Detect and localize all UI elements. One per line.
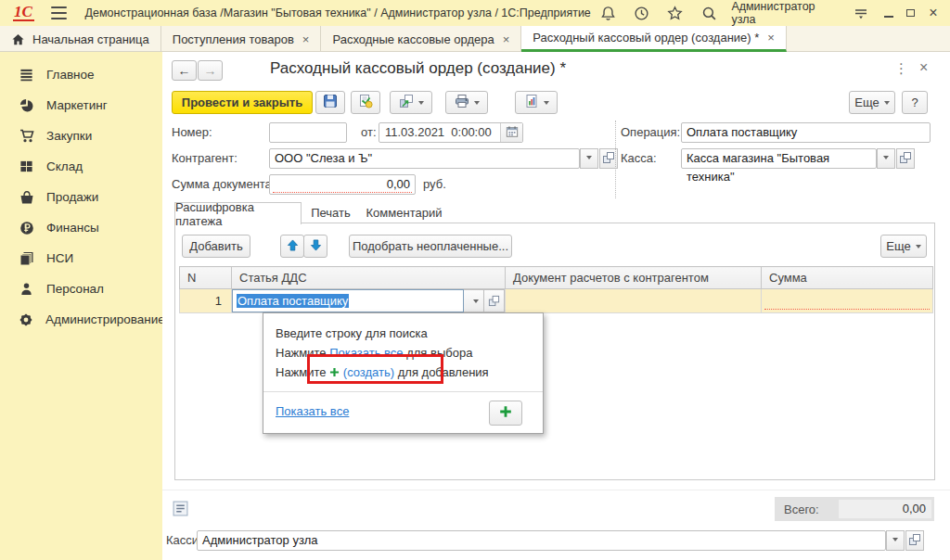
selected-text: Оплата поставщику [237,294,349,308]
tab-close-icon[interactable]: × [767,31,775,45]
dropdown-caret-icon [916,245,921,251]
create-inline-link[interactable]: (создать) [343,365,394,379]
post-document-button[interactable] [351,91,380,114]
sidebar-item-administration[interactable]: Администрирование [0,304,162,335]
tab-home[interactable]: Начальная страница [0,26,161,52]
date-value[interactable]: 11.03.2021 0:00:00 [379,123,500,142]
column-header-settlement-doc[interactable]: Документ расчетов с контрагентом [506,267,762,289]
calendar-icon [506,125,519,141]
cell-amount[interactable] [762,289,933,313]
move-row-down-button[interactable] [303,235,327,258]
nav-back-button[interactable]: ← [172,60,197,81]
dropdown-caret-icon [473,299,479,306]
cell-dds-item[interactable]: Оплата поставщику [232,289,506,313]
counterparty-dropdown-button[interactable] [580,148,598,169]
show-all-link[interactable]: Показать все [276,404,349,418]
save-button[interactable] [315,91,345,114]
amount-input[interactable]: 0,00 [269,174,416,195]
column-header-dds-item[interactable]: Статья ДДС [232,267,506,289]
tab-cash-order-new[interactable]: Расходный кассовый ордер (создание) * × [521,26,787,52]
sidebar-item-personnel[interactable]: Персонал [0,274,162,304]
dds-item-input[interactable]: Оплата поставщику [232,289,464,312]
print-button[interactable] [445,91,488,114]
save-icon [323,94,338,111]
dds-dropdown-button[interactable] [464,289,484,312]
create-based-on-button[interactable] [390,91,432,114]
cell-settlement-doc[interactable] [506,289,762,313]
tab-print[interactable]: Печать [302,202,359,223]
pick-unpaid-button[interactable]: Подобрать неоплаченные... [349,235,512,258]
nav-forward-button[interactable]: → [198,60,223,81]
cashdesk-open-button[interactable] [896,148,915,169]
sidebar-item-main[interactable]: Главное [0,59,162,90]
amount-label: Сумма документа: [172,174,275,195]
sidebar-item-warehouse[interactable]: Склад [0,151,162,182]
dds-item-editor[interactable]: Оплата поставщику [232,289,505,312]
tab-close-icon[interactable]: × [503,32,510,46]
sidebar-item-label: Склад [46,159,83,173]
tab-close-icon[interactable]: × [302,32,310,46]
form-menu-dots-icon[interactable]: ⋮ [894,60,908,77]
sidebar-item-finance[interactable]: Финансы [0,212,162,243]
hint-search: Введите строку для поиска [276,325,428,343]
operation-input[interactable]: Оплата поставщику [681,122,931,143]
basket-icon [19,189,34,205]
tab-payment-details[interactable]: Расшифровка платежа [174,202,302,224]
sidebar-item-purchases[interactable]: Закупки [0,121,162,151]
person-icon [19,281,34,297]
favorites-star-icon[interactable] [666,5,685,21]
command-panel-toggle-button[interactable] [171,501,189,519]
calendar-button[interactable] [500,123,522,142]
cashier-dropdown-button[interactable] [886,530,905,551]
cashier-open-button[interactable] [905,530,924,551]
help-button[interactable]: ? [902,91,928,114]
post-document-icon [358,94,373,111]
sidebar-item-label: Финансы [46,221,99,235]
counterparty-input[interactable]: ООО "Слеза и Ъ" [269,148,580,169]
table-more-button[interactable]: Еще [880,235,927,258]
total-label: Всего: [775,503,819,516]
post-and-close-button[interactable]: Провести и закрыть [172,91,313,114]
sidebar-item-nsi[interactable]: НСИ [0,243,162,274]
create-new-button[interactable] [489,401,522,426]
tab-goods-receipts[interactable]: Поступления товаров × [161,26,322,52]
form-title: Расходный кассовый ордер (создание) * [270,59,566,78]
dds-open-button[interactable] [484,289,505,312]
pie-chart-icon [19,97,34,113]
main-menu-icon[interactable] [51,6,67,19]
dropdown-caret-icon [892,538,898,544]
tab-label: Расходные кассовые ордера [332,32,494,46]
window-close-button[interactable]: × [922,4,944,22]
column-header-n[interactable]: N [180,267,232,289]
cashdesk-input[interactable]: Касса магазина "Бытовая техника" [681,148,877,169]
service-menu-icon[interactable] [851,5,869,21]
notifications-bell-icon[interactable] [598,5,617,21]
form-close-icon[interactable]: × [919,59,928,76]
arrow-down-icon [310,239,322,254]
sidebar-item-sales[interactable]: Продажи [0,182,162,212]
cell-row-number[interactable]: 1 [180,289,232,313]
current-user[interactable]: Администратор узла [731,0,834,26]
search-icon[interactable] [700,5,718,21]
tab-comment[interactable]: Комментарий [360,202,448,223]
dds-item-dropdown-popup: Введите строку для поиска Нажмите Показа… [263,312,544,434]
number-input[interactable] [269,122,347,143]
tab-label: Поступления товаров [173,32,294,46]
cashdesk-dropdown-button[interactable] [877,148,895,169]
history-icon[interactable] [632,5,650,21]
column-header-amount[interactable]: Сумма [762,267,933,289]
move-row-up-button[interactable] [280,235,304,258]
date-field[interactable]: 11.03.2021 0:00:00 [379,122,523,143]
window-minimize-button[interactable] [878,4,900,22]
cashier-input[interactable]: Администратор узла [197,530,886,551]
reports-button[interactable] [515,91,558,114]
add-row-button[interactable]: Добавить [182,235,250,258]
show-all-inline-link[interactable]: Показать все [329,346,403,360]
more-actions-button[interactable]: Еще [849,91,895,114]
open-windows-tabbar: Начальная страница Поступления товаров ×… [0,26,950,52]
sidebar-item-marketing[interactable]: Маркетинг [0,90,162,121]
tab-cash-orders-list[interactable]: Расходные кассовые ордера × [321,26,521,52]
cashdesk-label: Касса: [621,148,657,169]
window-maximize-button[interactable] [900,4,922,22]
app-title: Демонстрационная база /Магазин "Бытовая … [85,6,591,19]
